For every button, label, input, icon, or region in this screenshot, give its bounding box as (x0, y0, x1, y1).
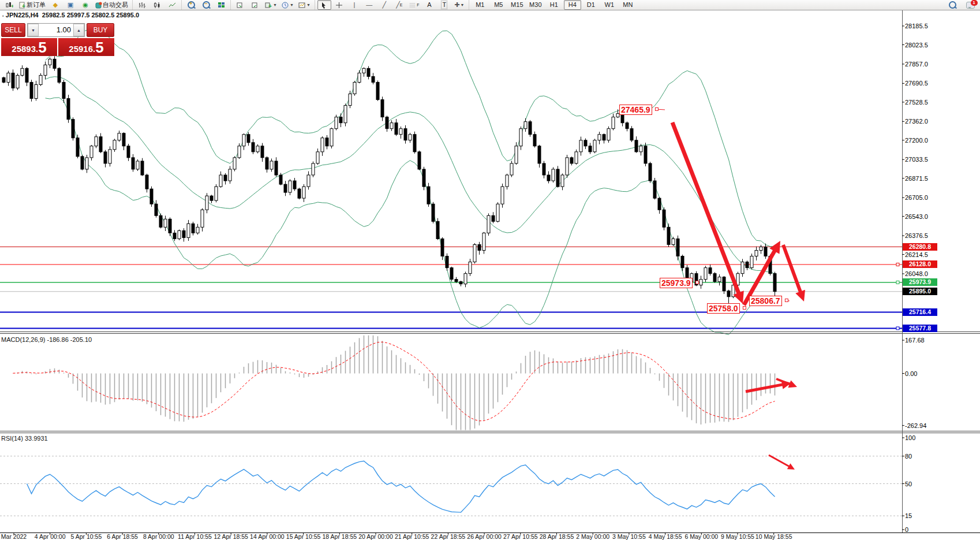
chart-symbol: JPN225,H4 (6, 12, 39, 18)
price-axis-ticks (896, 26, 904, 330)
chat-icon[interactable]: 1 (963, 0, 977, 10)
svg-text:+: + (22, 3, 25, 9)
bar-chart-icon[interactable] (135, 0, 149, 10)
crosshair-icon[interactable] (332, 0, 346, 10)
search-icon[interactable] (945, 0, 959, 10)
volume-stepper[interactable]: ▼ 1.00 ▲ (27, 23, 85, 37)
shapes-icon[interactable]: ✚▼ (452, 0, 466, 10)
horizontal-lines (0, 247, 902, 328)
cursor-icon[interactable] (317, 0, 331, 10)
macd-label: MACD(12,26,9) -186.86 -205.10 (1, 336, 92, 343)
bollinger-bands (46, 30, 775, 334)
symbol-icon: ▪ (2, 13, 4, 18)
timeframe-w1[interactable]: W1 (601, 0, 618, 10)
svg-text:+: + (11, 3, 13, 9)
timeframe-d1[interactable]: D1 (582, 0, 600, 10)
channel-icon[interactable]: ╱E (392, 0, 406, 10)
buy-button[interactable]: BUY (87, 23, 114, 37)
toolbar-group-zoom: + − (181, 0, 230, 10)
buy-price[interactable]: 25916.5 (58, 38, 114, 56)
timeframe-m1[interactable]: M1 (472, 0, 489, 10)
horizontal-line-icon[interactable]: — (362, 0, 376, 10)
history-center-icon[interactable]: ◆ (48, 0, 62, 10)
one-click-trading-panel: SELL ▼ 1.00 ▲ BUY 25893.5 25916.5 (1, 23, 114, 56)
text-icon[interactable]: A (422, 0, 436, 10)
new-order-label: 新订单 (27, 1, 46, 9)
auto-trading-label: 自动交易 (103, 1, 128, 9)
new-chart-button[interactable]: + (2, 0, 16, 10)
signal-icon[interactable]: ◉ (78, 0, 92, 10)
rsi-line (27, 461, 775, 512)
timeframe-h4[interactable]: H4 (564, 0, 581, 10)
bollinger-middle (46, 77, 775, 274)
chart-ohlc: 25982.5 25997.5 25802.5 25895.0 (42, 12, 139, 18)
toolbar-group-timeframes: M1M5M15M30H1H4D1W1MN (469, 0, 639, 10)
candlesticks (2, 56, 776, 306)
cascade-windows-icon[interactable] (233, 0, 247, 10)
macd-indicator (13, 336, 905, 430)
timeframe-mn[interactable]: MN (619, 0, 637, 10)
mt4-window: { "toolbar": { "new_order_label": "新订单",… (0, 0, 980, 540)
price-annotation-label[interactable]: 25806.7 (749, 296, 782, 306)
auto-trading-button[interactable]: 自动交易 (93, 0, 130, 10)
sell-price[interactable]: 25893.5 (1, 38, 57, 56)
add-indicator-icon[interactable]: +▼ (263, 0, 279, 10)
volume-value[interactable]: 1.00 (39, 24, 73, 36)
toolbar-group-objects: | — ╱ ╱E F A T ✚▼ (315, 0, 469, 10)
terminal-icon[interactable]: ▣ (63, 0, 77, 10)
trendline-icon[interactable]: ╱ (377, 0, 391, 10)
rsi-indicator (0, 438, 904, 530)
macd-signal-line (13, 342, 775, 421)
text-label-icon[interactable]: T (437, 0, 451, 10)
timeframe-m15[interactable]: M15 (508, 0, 526, 10)
toolbar-group-charttype (132, 0, 181, 10)
toolbar-right: 1 (945, 0, 978, 10)
period-icon[interactable]: ▼ (280, 0, 296, 10)
chart-area[interactable] (0, 10, 980, 540)
volume-decrease-button[interactable]: ▼ (28, 24, 39, 36)
toolbar-group-windows: +▼ ▼ ▼ (230, 0, 315, 10)
template-icon[interactable]: ▼ (297, 0, 312, 10)
timeframe-m5[interactable]: M5 (490, 0, 507, 10)
price-annotation-label[interactable]: 25758.0 (707, 303, 740, 314)
fibonacci-icon[interactable]: F (407, 0, 421, 10)
annotation-arrows (655, 108, 805, 470)
vertical-line-icon[interactable]: | (347, 0, 361, 10)
toolbar-group-main: + + 新订单 ◆ ▣ ◉ 自动交易 (0, 0, 132, 10)
timeframe-h1[interactable]: H1 (545, 0, 563, 10)
candlestick-chart-icon[interactable] (150, 0, 164, 10)
price-annotation-label[interactable]: 25973.9 (660, 278, 693, 288)
price-annotation-label[interactable]: 27465.9 (619, 105, 652, 115)
tile-windows-icon[interactable] (214, 0, 228, 10)
timeframe-m30[interactable]: M30 (527, 0, 544, 10)
new-order-button[interactable]: + 新订单 (17, 0, 47, 10)
rsi-label: RSI(14) 33.9931 (1, 435, 48, 442)
volume-increase-button[interactable]: ▲ (73, 24, 84, 36)
chart-title: ▪JPN225,H4 25982.5 25997.5 25802.5 25895… (2, 12, 139, 18)
toolbar: + + 新订单 ◆ ▣ ◉ 自动交易 + − +▼ (0, 0, 980, 10)
arrange-windows-icon[interactable] (248, 0, 262, 10)
notification-badge: 1 (971, 0, 978, 6)
zoom-in-icon[interactable]: + (184, 0, 198, 10)
zoom-out-icon[interactable]: − (199, 0, 213, 10)
line-chart-icon[interactable] (165, 0, 179, 10)
sell-button[interactable]: SELL (1, 23, 25, 37)
svg-text:+: + (268, 3, 272, 9)
panel-separators (0, 10, 980, 533)
